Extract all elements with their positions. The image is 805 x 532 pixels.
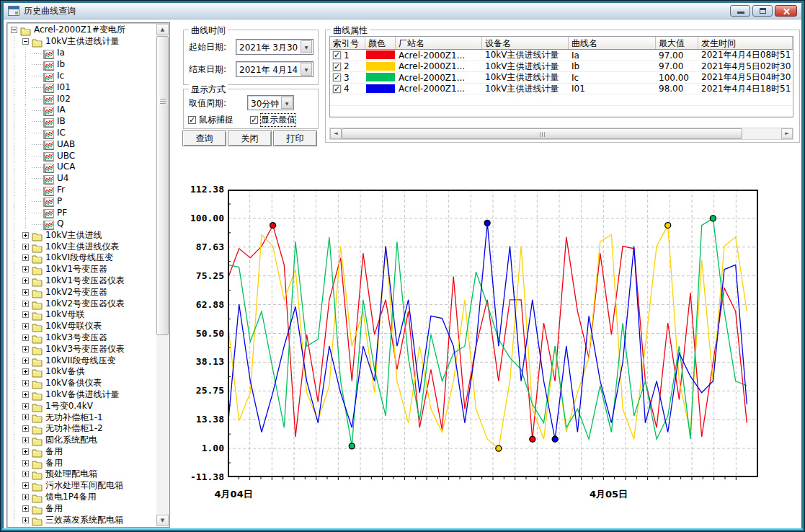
- tree-item[interactable]: Fr: [9, 184, 156, 195]
- close-button[interactable]: [775, 5, 797, 17]
- tree-item[interactable]: 10kV母联仪表: [9, 321, 156, 332]
- tree-expand-icon[interactable]: [22, 425, 29, 432]
- minimize-button[interactable]: [730, 5, 750, 17]
- table-hscrollbar[interactable]: ◄ ►: [329, 128, 793, 140]
- period-select[interactable]: 30分钟 ▼: [247, 95, 294, 110]
- tree-expand-icon[interactable]: [22, 254, 29, 261]
- scroll-right-button[interactable]: ►: [781, 128, 793, 139]
- tree-expand-icon[interactable]: [22, 482, 29, 489]
- tree-item[interactable]: UBC: [9, 150, 156, 161]
- tree-expand-icon[interactable]: [22, 244, 29, 250]
- tree-expand-icon[interactable]: [22, 266, 29, 272]
- print-button[interactable]: 打印: [273, 130, 317, 146]
- mouse-capture-checkbox[interactable]: [188, 116, 196, 124]
- query-button[interactable]: 查询: [182, 130, 226, 146]
- tree-item[interactable]: IB: [9, 115, 156, 127]
- column-header[interactable]: 最大值: [656, 37, 698, 49]
- tree-expand-icon[interactable]: [22, 414, 29, 420]
- table-row[interactable]: 2Acrel-2000Z1...10kV主供进线计量Ib97.002021年4月…: [330, 61, 793, 73]
- column-header[interactable]: 索引号: [330, 37, 365, 49]
- tree-expand-icon[interactable]: [22, 471, 29, 477]
- chevron-down-icon[interactable]: ▼: [301, 63, 312, 76]
- tree-item[interactable]: 10kV备供进线计量: [9, 389, 156, 401]
- tree-item[interactable]: UCA: [9, 161, 156, 173]
- tree-item[interactable]: 10kV母联: [9, 309, 156, 321]
- tree-item[interactable]: 10kVI段母线压变: [9, 252, 156, 264]
- tree-item[interactable]: 10kV2号变压器仪表: [9, 298, 156, 309]
- column-header[interactable]: 发生时间: [698, 37, 793, 49]
- table-row[interactable]: 4Acrel-2000Z1...10kV主供进线计量I0198.002021年4…: [330, 84, 793, 95]
- tree-expand-icon[interactable]: [22, 334, 29, 341]
- tree-expand-icon[interactable]: [22, 311, 29, 318]
- tree-expand-icon[interactable]: [22, 323, 29, 329]
- tree-expand-icon[interactable]: [22, 346, 29, 353]
- row-checkbox[interactable]: [333, 74, 341, 81]
- column-header[interactable]: 曲线名: [569, 37, 656, 49]
- tree-item[interactable]: Q: [9, 218, 156, 230]
- tree-expand-icon[interactable]: [22, 505, 29, 512]
- tree-item[interactable]: 固化系统配电: [9, 435, 156, 446]
- tree-item[interactable]: 10kV主供进线计量: [9, 36, 156, 48]
- tree-item[interactable]: 备用: [9, 457, 156, 469]
- row-checkbox[interactable]: [333, 85, 341, 93]
- tree-expand-icon[interactable]: [22, 232, 29, 239]
- table-hscrollbar-thumb[interactable]: [342, 128, 742, 139]
- tree-item[interactable]: 无功补偿柜1-2: [9, 423, 156, 435]
- tree-item[interactable]: 三效蒸发系统配电箱: [9, 514, 156, 526]
- tree-expand-icon[interactable]: [22, 358, 29, 364]
- table-row[interactable]: 1Acrel-2000Z1...10kV主供进线计量Ia97.002021年4月…: [330, 50, 793, 61]
- show-extremes-checkbox[interactable]: [250, 116, 258, 124]
- tree-expand-icon[interactable]: [22, 403, 29, 409]
- tree-item[interactable]: IA: [9, 105, 156, 116]
- table-row[interactable]: 3Acrel-2000Z1...10kV主供进线计量Ic100.002021年4…: [330, 72, 793, 84]
- tree-expand-icon[interactable]: [22, 448, 29, 455]
- tree-item[interactable]: 10kV1号变压器仪表: [9, 275, 156, 287]
- tree-item[interactable]: PF: [9, 207, 156, 218]
- tree-expand-icon[interactable]: [22, 380, 29, 386]
- chevron-down-icon[interactable]: ▼: [281, 97, 293, 109]
- tree-scrollbar[interactable]: ▲ ▼: [156, 24, 169, 526]
- row-checkbox[interactable]: [333, 51, 341, 59]
- tree-expand-icon[interactable]: [22, 278, 29, 284]
- tree-item[interactable]: 备用: [9, 445, 156, 457]
- tree-collapse-icon[interactable]: [11, 27, 17, 33]
- row-checkbox[interactable]: [333, 63, 341, 71]
- column-header[interactable]: 设备名: [482, 37, 569, 49]
- tree-scrollbar-thumb[interactable]: [156, 36, 169, 335]
- tree-item[interactable]: Ic: [9, 70, 156, 81]
- tree-expand-icon[interactable]: [22, 289, 29, 296]
- tree-item[interactable]: 10kV主供进线仪表: [9, 241, 156, 252]
- tree-item[interactable]: 馈电1P4备用: [9, 492, 156, 503]
- tree-item[interactable]: P: [9, 195, 156, 207]
- scroll-down-button[interactable]: ▼: [156, 515, 169, 526]
- tree-item[interactable]: 无功补偿柜1-1: [9, 412, 156, 423]
- tree-item[interactable]: I01: [9, 81, 156, 93]
- tree-item[interactable]: 10kV主供进线: [9, 229, 156, 241]
- tree-item[interactable]: 10kV备供: [9, 366, 156, 378]
- tree-item[interactable]: 10kV1号变压器: [9, 264, 156, 275]
- chevron-down-icon[interactable]: ▼: [301, 40, 312, 53]
- tree-item[interactable]: IC: [9, 127, 156, 138]
- tree-expand-icon[interactable]: [22, 391, 29, 398]
- tree-item[interactable]: 备用: [9, 502, 156, 514]
- tree-collapse-icon[interactable]: [22, 38, 29, 45]
- tree-item[interactable]: Acrel-2000Z1#变电所: [9, 25, 156, 36]
- scroll-up-button[interactable]: ▲: [156, 24, 169, 35]
- tree-item[interactable]: 10kV备供仪表: [9, 378, 156, 389]
- tree-expand-icon[interactable]: [22, 494, 29, 500]
- tree-item[interactable]: Ia: [9, 48, 156, 59]
- start-date-picker[interactable]: 2021年 3月30 ▼: [236, 39, 313, 55]
- scroll-left-button[interactable]: ◄: [330, 128, 342, 139]
- tree-expand-icon[interactable]: [22, 368, 29, 375]
- column-header[interactable]: 厂站名: [396, 37, 482, 49]
- tree-item[interactable]: 预处理配电箱: [9, 469, 156, 480]
- tree-expand-icon[interactable]: [22, 301, 29, 307]
- tree-expand-icon[interactable]: [22, 460, 29, 466]
- tree-item[interactable]: 10kVII段母线压变: [9, 355, 156, 366]
- tree-item[interactable]: 10kV2号变压器: [9, 286, 156, 298]
- maximize-button[interactable]: [752, 5, 773, 17]
- tree-expand-icon[interactable]: [22, 517, 29, 523]
- tree-item[interactable]: I02: [9, 93, 156, 105]
- tree-item[interactable]: UAB: [9, 138, 156, 150]
- tree-item[interactable]: 1号变0.4kV: [9, 400, 156, 412]
